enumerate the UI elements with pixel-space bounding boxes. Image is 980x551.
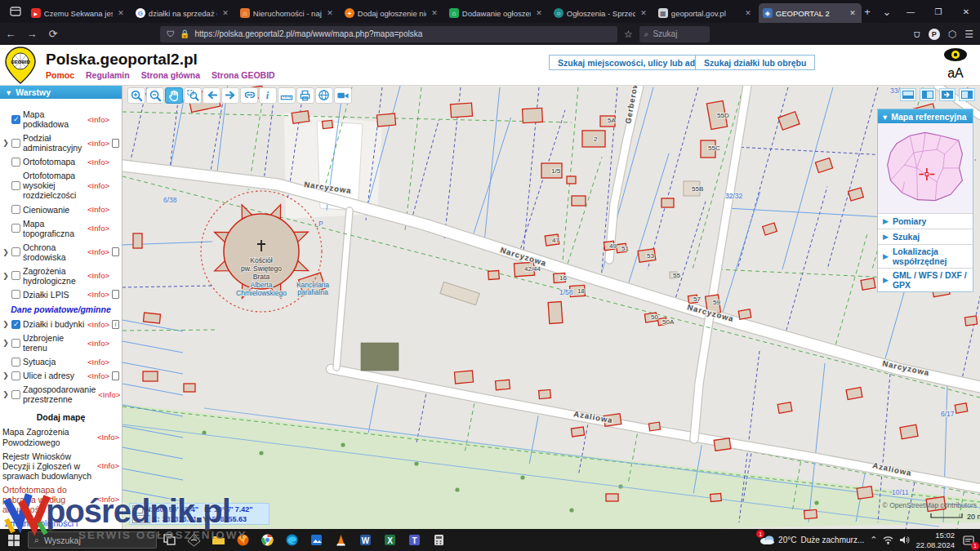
layer-checkbox[interactable] [11, 358, 20, 367]
info-link[interactable]: <Info> [87, 158, 109, 167]
firefox-view-icon[interactable] [5, 3, 26, 20]
layer-checkbox[interactable] [11, 224, 20, 233]
info-link[interactable]: <Info> [87, 139, 109, 148]
browser-tab[interactable]: ▶Czemu Sekwana jest takim✕ [27, 3, 130, 23]
taskbar-search-box[interactable]: ⌕ Wyszukaj [28, 531, 157, 549]
cadastral-map[interactable]: Kościółpw. ŚwiętegoBrataAlbertaChmielows… [122, 86, 980, 529]
tab-close-icon[interactable]: ✕ [743, 9, 753, 17]
layout-right-panel-icon[interactable] [959, 88, 975, 101]
link-button[interactable] [240, 87, 258, 104]
legend-doc-icon[interactable] [112, 290, 119, 299]
profile-icon[interactable]: P [929, 29, 940, 40]
legend-doc-icon[interactable]: i [112, 320, 119, 329]
maximize-button[interactable]: ❐ [924, 0, 952, 23]
layer-checkbox[interactable] [11, 290, 20, 299]
browser-tab[interactable]: ◈GEOPORTAL 2✕ [759, 3, 862, 23]
info-button[interactable]: i [259, 87, 277, 104]
coords-format-button[interactable]: ··· [132, 505, 143, 513]
search-parcel-button[interactable]: Szukaj działki lub obrębu [695, 55, 815, 70]
forward-icon[interactable]: → [21, 28, 42, 40]
browser-tab[interactable]: Gdziałki na sprzedaż częstoch✕ [131, 3, 234, 23]
info-link[interactable]: <Info> [87, 358, 109, 367]
layers-panel-header[interactable]: ▾ Warstwy [0, 86, 122, 99]
tab-close-icon[interactable]: ✕ [116, 9, 126, 17]
legend-doc-icon[interactable] [112, 371, 119, 380]
info-link[interactable]: <Info> [87, 320, 109, 329]
next-view-button[interactable] [221, 87, 239, 104]
info-link[interactable]: <Info> [87, 247, 109, 256]
info-link[interactable]: <Info> [87, 290, 109, 299]
panel-section-gml-wfs-dxf-gpx[interactable]: ▶GML / WFS / DXF / GPX [878, 268, 973, 291]
wifi-icon[interactable] [883, 535, 893, 544]
browser-tab[interactable]: +Dodaj ogłoszenie nieruchom✕ [341, 3, 443, 23]
legend-doc-icon[interactable] [112, 139, 119, 148]
taskbar-app-inkscape[interactable] [181, 529, 206, 551]
print-button[interactable] [296, 87, 314, 104]
expand-chevron-icon[interactable]: ❯ [2, 248, 9, 256]
layer-checkbox[interactable] [11, 205, 20, 214]
previous-view-button[interactable] [203, 87, 220, 104]
pan-hand-button[interactable] [165, 87, 183, 104]
panel-section-lokalizacja-wsp-rz-dnej[interactable]: ▶Lokalizacja współrzędnej [878, 244, 973, 268]
info-link[interactable]: <Info> [87, 339, 109, 348]
browser-tab[interactable]: ▦geoportal.gov.pl✕ [654, 3, 757, 23]
pocket-icon[interactable]: ⩌ [914, 29, 920, 40]
link-regulamin[interactable]: Regulamin [86, 70, 130, 80]
layout-left-panel-icon[interactable] [920, 88, 936, 101]
browser-tab[interactable]: ⌂Dodawanie ogłoszenia • w✕ [445, 3, 548, 23]
reload-icon[interactable]: ⟳ [42, 28, 64, 40]
panel-section-szukaj[interactable]: ▶Szukaj [878, 229, 973, 244]
tab-close-icon[interactable]: ✕ [639, 9, 648, 17]
layer-checkbox[interactable] [11, 247, 20, 256]
layer-checkbox[interactable] [11, 115, 20, 124]
info-link[interactable]: <Info> [97, 495, 119, 504]
info-link[interactable]: <Info> [97, 461, 119, 470]
map-link[interactable]: Mapa Zagrożenia Powodziowego [2, 427, 95, 447]
layer-checkbox[interactable] [11, 158, 20, 167]
notification-center-icon[interactable]: 1 [960, 532, 977, 549]
legend-doc-icon[interactable] [112, 247, 119, 256]
tab-close-icon[interactable]: ✕ [430, 9, 439, 17]
tab-close-icon[interactable]: ✕ [534, 9, 544, 17]
url-text[interactable]: https://polska.geoportal2.pl/map/www/map… [194, 29, 422, 38]
hidden-icons-chevron-icon[interactable]: ⌃ [870, 535, 877, 545]
reference-map-header[interactable]: ▾ Mapa referencyjna [878, 109, 973, 123]
zoom-in-button[interactable] [127, 87, 145, 104]
expand-chevron-icon[interactable]: ❯ [2, 371, 9, 380]
new-tab-button[interactable]: + [858, 6, 877, 18]
link-strona-glowna[interactable]: Strona główna [141, 70, 200, 80]
layer-checkbox[interactable] [11, 181, 20, 190]
taskbar-app-word[interactable]: W [353, 529, 377, 551]
font-size-icon[interactable]: aA [938, 66, 973, 81]
zoom-window-button[interactable] [184, 87, 202, 104]
expand-chevron-icon[interactable]: ❯ [2, 390, 9, 398]
map-viewport[interactable]: Kościółpw. ŚwiętegoBrataAlbertaChmielows… [122, 86, 980, 529]
browser-tab[interactable]: ○Ogłoszenia - Sprzedam, ku✕ [550, 3, 653, 23]
info-link[interactable]: <Info> [87, 224, 109, 233]
globe-button[interactable] [315, 87, 333, 104]
layer-checkbox[interactable] [11, 339, 20, 348]
layout-bottom-panel-icon[interactable] [900, 88, 916, 101]
street-view-camera-button[interactable] [334, 87, 352, 104]
weather-widget[interactable]: 1 20°C Duże zachmurz... [760, 534, 864, 546]
measure-button[interactable] [278, 87, 296, 104]
link-strona-geobid[interactable]: Strona GEOBID [212, 70, 275, 80]
info-link[interactable]: <Info> [87, 271, 109, 280]
speaker-icon[interactable] [899, 535, 910, 544]
tab-close-icon[interactable]: ✕ [325, 9, 335, 17]
info-link[interactable]: <Info> [87, 371, 109, 380]
browser-tab[interactable]: ⌂Nieruchomości - najwięcej✕ [236, 3, 339, 23]
taskbar-app-teams[interactable]: T [402, 529, 426, 551]
map-link[interactable]: Rejestr Wniosków Decyzji i Zgłoszeń w sp… [2, 451, 95, 481]
zoom-out-button[interactable] [146, 87, 164, 104]
expand-chevron-icon[interactable]: ❯ [2, 320, 9, 328]
expand-chevron-icon[interactable]: ❯ [2, 339, 9, 347]
contrast-eye-icon[interactable] [943, 47, 968, 62]
taskbar-app-excel[interactable]: X [377, 529, 402, 551]
tab-close-icon[interactable]: ✕ [848, 9, 858, 17]
crs-button[interactable]: 1992 [132, 515, 150, 523]
panel-section-pomiary[interactable]: ▶Pomiary [878, 213, 973, 229]
tracking-shield-icon[interactable]: 🛡 [167, 29, 175, 38]
taskbar-app-edge[interactable] [279, 529, 304, 551]
taskbar-app-vlc[interactable] [328, 529, 353, 551]
